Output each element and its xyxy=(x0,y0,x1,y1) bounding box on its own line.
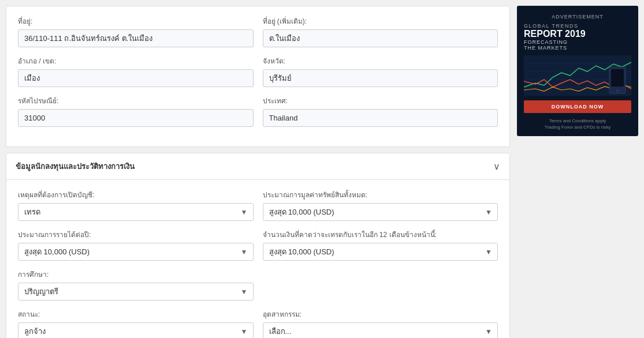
reason-group: เหตุผลที่ต้องการเปิดบัญชี: เทรด ▼ xyxy=(18,189,254,221)
address-row-1: ที่อยู่: ที่อยู่ (เพิ่มเติม): xyxy=(18,16,498,47)
reason-select-wrapper: เทรด ▼ xyxy=(18,203,254,221)
education-group: การศึกษา: ปริญญาตรี ▼ xyxy=(18,269,254,301)
address-input[interactable] xyxy=(18,29,254,47)
district-label: อำเภอ / เขต: xyxy=(18,55,254,66)
employment-group: สถานะ: ลูกจ้าง ▼ xyxy=(18,309,254,338)
postal-group: รหัสไปรษณีย์: xyxy=(18,95,254,127)
asset-label: ประมาณการมูลค่าทรัพย์สินทั้งหมด: xyxy=(263,189,498,200)
asset-group: ประมาณการมูลค่าทรัพย์สินทั้งหมด: สูงสุด … xyxy=(263,189,498,221)
country-group: ประเทศ: xyxy=(263,95,498,127)
address-group: ที่อยู่: xyxy=(18,16,254,47)
investor-row-3: การศึกษา: ปริญญาตรี ▼ xyxy=(18,269,498,301)
country-input[interactable] xyxy=(263,109,498,127)
ad-disclaimer: Terms and Conditions apply Trading Forex… xyxy=(524,118,631,130)
ad-subtitle2: THE MARKETS xyxy=(524,45,631,51)
investor-row-2: ประมาณการรายได้ต่อปี: สูงสุด 10,000 (USD… xyxy=(18,229,498,261)
income-group: ประมาณการรายได้ต่อปี: สูงสุด 10,000 (USD… xyxy=(18,229,254,261)
industry-select[interactable]: เลือก... xyxy=(263,322,498,338)
trade-amount-group: จำนวนเงินที่คาดว่าจะเทรดกับเราในอีก 12 เ… xyxy=(263,229,498,261)
employment-select-wrapper: ลูกจ้าง ▼ xyxy=(18,322,254,338)
income-select[interactable]: สูงสุด 10,000 (USD) xyxy=(18,243,254,261)
ad-chart-area xyxy=(524,55,631,96)
district-input[interactable] xyxy=(18,69,254,87)
trade-amount-select-wrapper: สูงสุด 10,000 (USD) ▼ xyxy=(263,243,498,261)
income-label: ประมาณการรายได้ต่อปี: xyxy=(18,229,254,240)
income-select-wrapper: สูงสุด 10,000 (USD) ▼ xyxy=(18,243,254,261)
province-label: จังหวัด: xyxy=(263,55,498,66)
industry-select-wrapper: เลือก... ▼ xyxy=(263,322,498,338)
ad-banner: ADVERTISEMENT GLOBAL TRENDS REPORT 2019 … xyxy=(517,6,638,136)
province-group: จังหวัด: xyxy=(263,55,498,87)
ad-subtitle1: FORECASTING xyxy=(524,39,631,45)
investor-section: ข้อมูลนักลงทุนและประวัติทางการเงิน ∨ เหต… xyxy=(6,153,510,338)
address-label: ที่อยู่: xyxy=(18,16,254,27)
country-label: ประเทศ: xyxy=(263,95,498,106)
education-select[interactable]: ปริญญาตรี xyxy=(18,283,254,301)
district-group: อำเภอ / เขต: xyxy=(18,55,254,87)
investor-row-4: สถานะ: ลูกจ้าง ▼ อุตสาหกรรม: เลือก.. xyxy=(18,309,498,338)
investor-section-body: เหตุผลที่ต้องการเปิดบัญชี: เทรด ▼ ประมาณ… xyxy=(6,180,509,338)
address-section: ที่อยู่: ที่อยู่ (เพิ่มเติม): อำเภอ / เข… xyxy=(6,6,510,147)
education-select-wrapper: ปริญญาตรี ▼ xyxy=(18,283,254,301)
ad-download-button[interactable]: DOWNLOAD NOW xyxy=(524,100,631,113)
chevron-down-icon: ∨ xyxy=(493,161,500,172)
investor-section-header[interactable]: ข้อมูลนักลงทุนและประวัติทางการเงิน ∨ xyxy=(6,153,509,180)
svg-rect-5 xyxy=(611,69,624,87)
ad-chart-svg xyxy=(524,55,631,96)
reason-label: เหตุผลที่ต้องการเปิดบัญชี: xyxy=(18,189,254,200)
trade-amount-label: จำนวนเงินที่คาดว่าจะเทรดกับเราในอีก 12 เ… xyxy=(263,229,498,240)
employment-label: สถานะ: xyxy=(18,309,254,320)
address-extra-input[interactable] xyxy=(263,29,498,47)
ad-panel: ADVERTISEMENT GLOBAL TRENDS REPORT 2019 … xyxy=(517,6,638,338)
ad-label: ADVERTISEMENT xyxy=(524,14,631,20)
asset-select[interactable]: สูงสุด 10,000 (USD) xyxy=(263,203,498,221)
ad-disclaimer-1: Terms and Conditions apply xyxy=(524,118,631,124)
education-label: การศึกษา: xyxy=(18,269,254,280)
svg-point-6 xyxy=(616,89,619,92)
investor-row-1: เหตุผลที่ต้องการเปิดบัญชี: เทรด ▼ ประมาณ… xyxy=(18,189,498,221)
address-extra-group: ที่อยู่ (เพิ่มเติม): xyxy=(263,16,498,47)
ad-title-sm: GLOBAL TRENDS xyxy=(524,23,631,29)
postal-label: รหัสไปรษณีย์: xyxy=(18,95,254,106)
asset-select-wrapper: สูงสุด 10,000 (USD) ▼ xyxy=(263,203,498,221)
investor-section-title: ข้อมูลนักลงทุนและประวัติทางการเงิน xyxy=(16,160,135,172)
postal-input[interactable] xyxy=(18,109,254,127)
reason-select[interactable]: เทรด xyxy=(18,203,254,221)
address-row-3: รหัสไปรษณีย์: ประเทศ: xyxy=(18,95,498,127)
industry-label: อุตสาหกรรม: xyxy=(263,309,498,320)
ad-disclaimer-2: Trading Forex and CFDs is risky xyxy=(524,124,631,130)
ad-title-block: GLOBAL TRENDS REPORT 2019 FORECASTING TH… xyxy=(524,23,631,51)
address-row-2: อำเภอ / เขต: จังหวัด: xyxy=(18,55,498,87)
province-input[interactable] xyxy=(263,69,498,87)
address-extra-label: ที่อยู่ (เพิ่มเติม): xyxy=(263,16,498,27)
ad-title-lg: REPORT 2019 xyxy=(524,29,631,39)
industry-group: อุตสาหกรรม: เลือก... ▼ xyxy=(263,309,498,338)
trade-amount-select[interactable]: สูงสุด 10,000 (USD) xyxy=(263,243,498,261)
employment-select[interactable]: ลูกจ้าง xyxy=(18,322,254,338)
